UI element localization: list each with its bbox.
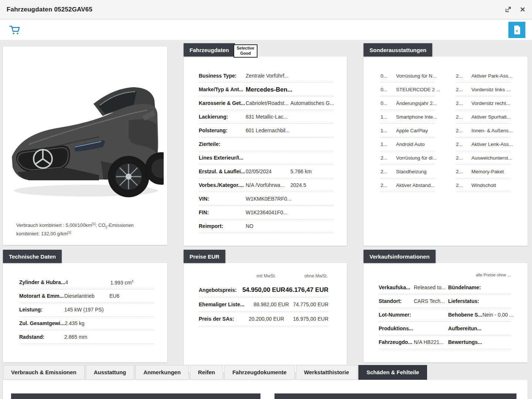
row-label: Standort:: [379, 298, 414, 304]
option-name: STEUERCODE 2 ...: [396, 87, 440, 92]
vehicle-photo-panel: Verbrauch kombiniert : 5,00l/100km[1]; C…: [3, 47, 167, 245]
row-label: Lackierung:: [199, 114, 246, 120]
tab-reifen[interactable]: Reifen: [190, 365, 223, 380]
row-value: Mercedes-Ben...: [246, 86, 293, 93]
row-label: Fahrzeugdo...: [379, 339, 414, 345]
badge-line1: Selective: [237, 46, 255, 51]
row-value2: 1.993 cm3: [110, 279, 133, 286]
row-value: 2.865 mm: [64, 334, 109, 340]
row-value: 2.435 kg: [65, 320, 110, 326]
option-name: Smartphone Inte...: [396, 114, 437, 120]
row-label: Business Type:: [199, 73, 246, 79]
table-header-bar-right: [274, 393, 516, 399]
row-value: Cabriolet/Roadst...: [246, 100, 290, 106]
option-code: 2...: [456, 87, 471, 92]
tab-anmerkungen[interactable]: Anmerkungen: [135, 365, 189, 380]
option-row: 0...Änderungsjahr 2...: [381, 96, 435, 110]
option-row: 2...Innen- & Außens...: [456, 124, 511, 137]
option-name: Ausweichunterst...: [471, 155, 512, 161]
row-value: 145 kW (197 PS): [64, 307, 109, 313]
sonderausstattungen-header: Sonderausstattungen: [364, 43, 432, 57]
row-value: Dieselantrieb: [64, 293, 109, 299]
table-row: Radstand:2.865 mm: [19, 330, 154, 344]
option-code: 2...: [456, 128, 471, 133]
row-value2: 2024.5: [290, 182, 306, 188]
car-image: [7, 69, 164, 202]
option-row: 1...Android Auto: [381, 137, 435, 151]
row-label: Preis der SAs:: [199, 316, 234, 322]
row-label: Motorart & Emm...: [19, 293, 64, 299]
row-label: Leistung:: [19, 307, 64, 313]
row-label: FIN:: [199, 209, 246, 215]
tab-verbrauch-emissionen[interactable]: Verbrauch & Emissionen: [3, 365, 85, 380]
svg-text:x: x: [516, 28, 518, 33]
option-name: Aktiver Park-Ass...: [471, 73, 512, 79]
option-row: 0...Vorrüstung für N...: [381, 69, 435, 83]
panel-title-verkaufsinformationen: Verkaufsinformationen: [364, 250, 436, 263]
row-label: Vorbes./Kategor....: [199, 182, 246, 188]
consumption-caption: Verbrauch kombiniert : 5,00l/100km[1]; C…: [16, 222, 142, 238]
option-name: Apple CarPlay: [396, 128, 428, 133]
option-row: 2...Aktiver Abstand...: [381, 178, 435, 192]
option-code: 1...: [381, 141, 396, 147]
row-value: W1KMK0EB7RF0...: [246, 196, 291, 202]
option-name: Vordersitz recht...: [471, 100, 510, 106]
close-icon[interactable]: ✕: [520, 6, 525, 13]
tab-schaeden-fehlteile[interactable]: Schäden & Fehlteile: [358, 365, 427, 380]
sonderausstattungen-panel: 0...Vorrüstung für N... 0...STEUERCODE 2…: [364, 57, 528, 246]
option-name: Android Auto: [396, 141, 424, 147]
maximize-icon[interactable]: [505, 6, 512, 13]
table-row: Erstzul. & Lauflei...02/05/20245.766 km: [199, 165, 334, 178]
option-row: 0...STEUERCODE 2 ...: [381, 83, 435, 96]
row-label: Marke/Typ & Ant...: [199, 86, 246, 92]
option-row: 2...Ausweichunterst...: [456, 151, 511, 165]
table-row: Leistung:145 kW (197 PS): [19, 303, 154, 317]
tab-ausstattung[interactable]: Ausstattung: [86, 365, 134, 380]
excel-export-button[interactable]: x: [508, 22, 525, 38]
row-label: VIN:: [199, 196, 246, 202]
row-label2: Behobene S...: [448, 312, 482, 318]
tab-fahrzeugdokumente[interactable]: Fahrzeugdokumente: [224, 365, 295, 380]
shopping-cart-icon[interactable]: [8, 23, 21, 37]
table-row: Karosserie & Get...Cabriolet/Roadst...Au…: [199, 96, 334, 110]
table-row: VIN:W1KMK0EB7RF0...: [199, 192, 334, 206]
option-name: Innen- & Außens...: [471, 128, 513, 133]
option-code: 2...: [456, 183, 471, 188]
option-code: 2...: [456, 169, 471, 174]
panel-title-text: Technische Daten: [9, 253, 56, 260]
row-label: Lines Exterieur/I...: [199, 155, 246, 161]
price-ohne: 74.775,00 EUR: [289, 301, 328, 307]
sales-info-row: Verkaufska...Released to...Bündelname:: [379, 281, 511, 294]
option-row: 2...Standheizung: [381, 165, 435, 178]
row-label: Reimport:: [199, 223, 246, 229]
tab-werkstatthistorie[interactable]: Werkstatthistorie: [296, 365, 357, 380]
verkaufsinformationen-header: Verkaufsinformationen: [364, 250, 436, 263]
row-value: 831 Metallic-Lac...: [246, 114, 290, 120]
price-row: Ehemaliger Liste...88.982,00 EUR74.775,0…: [199, 297, 328, 312]
option-row: 2...Aktiver Lenk-Ass...: [456, 137, 511, 151]
row-label: Zylinder & Hubra...: [19, 279, 65, 285]
row-label2: Aufbereitun...: [448, 325, 482, 331]
price-mit: 54.950,00 EUR: [237, 286, 285, 294]
row-value: 02/05/2024: [246, 168, 290, 174]
tab-content-area: [3, 380, 528, 399]
toolbar: x: [0, 20, 532, 40]
row-label: Zierteile:: [199, 141, 246, 147]
technische-daten-header: Technische Daten: [3, 250, 62, 263]
preise-panel: mit MwSt. ohne MwSt. Angebotspreis:54.95…: [184, 263, 347, 372]
options-column-left: 0...Vorrüstung für N... 0...STEUERCODE 2…: [381, 69, 435, 192]
row-label2: Lieferstatus:: [448, 298, 482, 304]
sales-info-row: Fahrzeugdo...N/A HB221...Bewertungs...: [379, 335, 511, 349]
col-header-mit-mwst: mit MwSt.: [234, 273, 284, 283]
verkaufsinformationen-panel: alle Preise ohne ... Verkaufska...Releas…: [364, 263, 528, 362]
price-row: Angebotspreis:54.950,00 EUR46.176,47 EUR: [199, 283, 328, 297]
panel-title-preise: Preise EUR: [184, 250, 225, 263]
row-value: W1K2364041F0...: [246, 209, 290, 215]
row-value2: 5.766 km: [290, 168, 312, 174]
row-label: Angebotspreis:: [199, 287, 237, 293]
sales-info-row: Produktions...Aufbereitun...: [379, 322, 511, 335]
option-code: 0...: [381, 87, 396, 92]
option-name: Aktiver Lenk-Ass...: [471, 141, 513, 147]
fahrzeugdaten-header: Fahrzeugdaten Selective Good: [184, 43, 258, 58]
prices-note: alle Preise ohne ...: [379, 273, 511, 281]
